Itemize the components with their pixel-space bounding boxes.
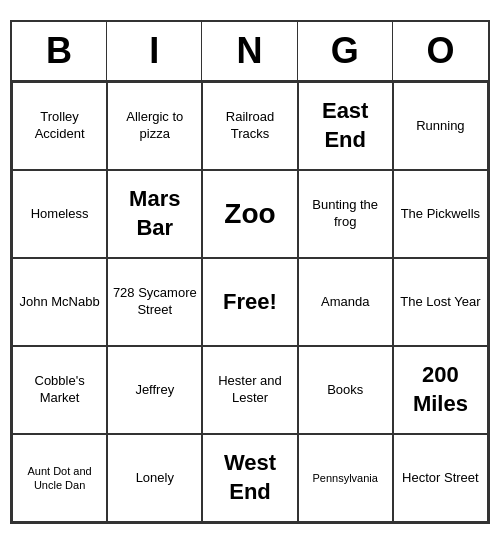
bingo-cell: Allergic to pizza <box>107 82 202 170</box>
bingo-cell: West End <box>202 434 297 522</box>
bingo-cell: Jeffrey <box>107 346 202 434</box>
bingo-cell: The Lost Year <box>393 258 488 346</box>
bingo-cell: 728 Sycamore Street <box>107 258 202 346</box>
bingo-cell: Railroad Tracks <box>202 82 297 170</box>
header-letter: N <box>202 22 297 80</box>
bingo-cell: Free! <box>202 258 297 346</box>
bingo-cell: Cobble's Market <box>12 346 107 434</box>
bingo-cell: Homeless <box>12 170 107 258</box>
bingo-cell: Lonely <box>107 434 202 522</box>
header-letter: G <box>298 22 393 80</box>
bingo-cell: Aunt Dot and Uncle Dan <box>12 434 107 522</box>
bingo-grid: Trolley AccidentAllergic to pizzaRailroa… <box>12 82 488 522</box>
bingo-cell: Amanda <box>298 258 393 346</box>
bingo-cell: Zoo <box>202 170 297 258</box>
header-letter: I <box>107 22 202 80</box>
bingo-cell: Trolley Accident <box>12 82 107 170</box>
bingo-cell: Books <box>298 346 393 434</box>
bingo-cell: Hector Street <box>393 434 488 522</box>
bingo-cell: Mars Bar <box>107 170 202 258</box>
bingo-cell: Bunting the frog <box>298 170 393 258</box>
bingo-card: BINGO Trolley AccidentAllergic to pizzaR… <box>10 20 490 524</box>
bingo-cell: Running <box>393 82 488 170</box>
header-letter: O <box>393 22 488 80</box>
bingo-cell: Hester and Lester <box>202 346 297 434</box>
bingo-cell: Pennsylvania <box>298 434 393 522</box>
header-letter: B <box>12 22 107 80</box>
bingo-header: BINGO <box>12 22 488 82</box>
bingo-cell: 200 Miles <box>393 346 488 434</box>
bingo-cell: East End <box>298 82 393 170</box>
bingo-cell: John McNabb <box>12 258 107 346</box>
bingo-cell: The Pickwells <box>393 170 488 258</box>
